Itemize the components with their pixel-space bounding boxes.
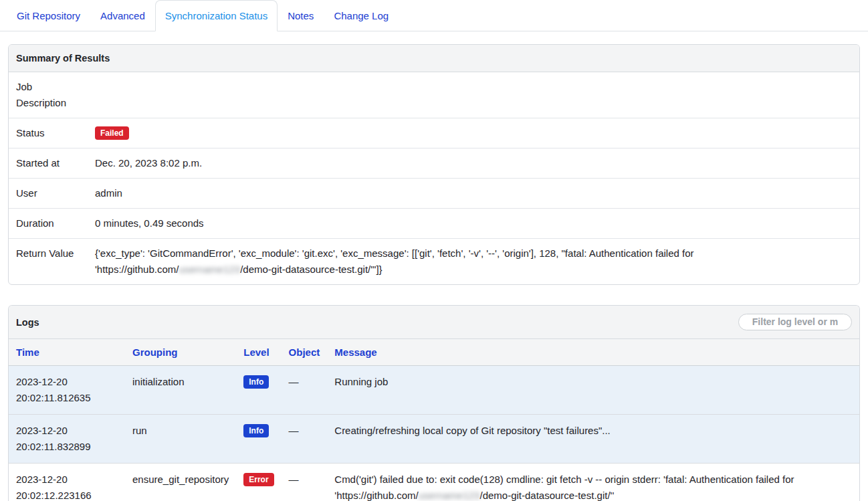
summary-row-return-value: Return Value {'exc_type': 'GitCommandErr… <box>9 239 859 284</box>
info-level-badge: Info <box>243 424 269 437</box>
log-message: Cmd('git') failed due to: exit code(128)… <box>327 464 859 501</box>
log-message: Creating/refreshing local copy of Git re… <box>327 415 859 464</box>
logs-table-header-row: Time Grouping Level Object Message <box>9 339 859 366</box>
log-grouping: run <box>125 415 236 464</box>
logs-card-header: Logs <box>9 306 859 339</box>
log-row: 2023-12-20 20:02:11.812635 initializatio… <box>9 366 859 415</box>
column-header-object[interactable]: Object <box>289 346 320 358</box>
log-object: — <box>282 366 328 415</box>
status-failed-badge: Failed <box>95 126 129 140</box>
log-time: 2023-12-20 20:02:11.832899 <box>9 415 125 464</box>
duration-value: 0 minutes, 0.49 seconds <box>95 215 852 231</box>
log-time: 2023-12-20 20:02:11.812635 <box>9 366 125 415</box>
log-level: Info <box>236 366 281 415</box>
status-value: Failed <box>95 125 852 141</box>
tab-git-repository[interactable]: Git Repository <box>7 0 90 31</box>
log-level: Error <box>236 464 281 501</box>
tab-notes[interactable]: Notes <box>278 0 324 31</box>
log-row: 2023-12-20 20:02:11.832899 run Info — Cr… <box>9 415 859 464</box>
summary-card-title: Summary of Results <box>16 53 110 64</box>
duration-label: Duration <box>16 215 95 231</box>
job-description-label: Job Description <box>16 79 95 111</box>
summary-row-job-description: Job Description <box>9 72 859 118</box>
log-grouping: ensure_git_repository <box>125 464 236 501</box>
log-message-suffix: /demo-git-datasource-test.git/'' <box>479 490 614 501</box>
logs-card: Logs Time Grouping Level Object Message … <box>8 305 860 501</box>
log-time: 2023-12-20 20:02:12.223166 <box>9 464 125 501</box>
redacted-github-username: username123 <box>179 264 240 275</box>
column-header-message[interactable]: Message <box>334 346 376 358</box>
summary-row-duration: Duration 0 minutes, 0.49 seconds <box>9 209 859 239</box>
user-label: User <box>16 185 95 201</box>
redacted-github-username: username123 <box>419 490 480 501</box>
tab-synchronization-status[interactable]: Synchronization Status <box>155 0 278 31</box>
column-header-time[interactable]: Time <box>16 346 39 358</box>
logs-table: Time Grouping Level Object Message 2023-… <box>9 339 859 501</box>
error-level-badge: Error <box>243 473 274 486</box>
object-tab-bar: Git Repository Advanced Synchronization … <box>0 0 868 31</box>
summary-row-status: Status Failed <box>9 118 859 148</box>
return-value-label: Return Value <box>16 245 95 278</box>
summary-row-started-at: Started at Dec. 20, 2023 8:02 p.m. <box>9 148 859 179</box>
return-value-value: {'exc_type': 'GitCommandError', 'exc_mod… <box>95 245 852 278</box>
status-label: Status <box>16 125 95 141</box>
job-description-value <box>95 79 852 111</box>
log-filter-input[interactable] <box>738 314 852 330</box>
column-header-level[interactable]: Level <box>243 346 269 358</box>
tab-change-log[interactable]: Change Log <box>324 0 399 31</box>
summary-card-header: Summary of Results <box>9 45 859 72</box>
user-value: admin <box>95 185 852 201</box>
summary-row-user: User admin <box>9 179 859 209</box>
log-object: — <box>282 415 328 464</box>
summary-card: Summary of Results Job Description Statu… <box>8 44 860 285</box>
started-at-label: Started at <box>16 155 95 171</box>
info-level-badge: Info <box>243 375 269 389</box>
log-grouping: initialization <box>125 366 236 415</box>
log-object: — <box>282 464 328 501</box>
log-message: Running job <box>327 366 859 415</box>
column-header-grouping[interactable]: Grouping <box>132 346 178 358</box>
logs-card-title: Logs <box>16 317 39 328</box>
log-row: 2023-12-20 20:02:12.223166 ensure_git_re… <box>9 464 859 501</box>
tab-advanced[interactable]: Advanced <box>90 0 155 31</box>
return-value-text-suffix: /demo-git-datasource-test.git/'"]} <box>240 264 382 275</box>
log-level: Info <box>236 415 281 464</box>
started-at-value: Dec. 20, 2023 8:02 p.m. <box>95 155 852 171</box>
